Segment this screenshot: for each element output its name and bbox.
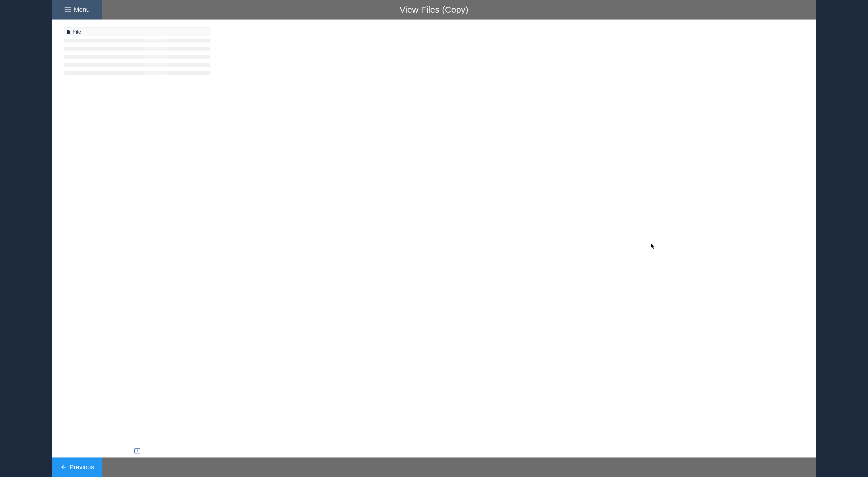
skeleton-row — [64, 47, 210, 51]
skeleton-row — [64, 71, 210, 75]
bottom-bar: Previous — [52, 457, 816, 477]
skeleton-row — [64, 63, 210, 67]
file-list-panel: File 1 — [64, 28, 210, 453]
skeleton-row — [64, 55, 210, 59]
menu-label: Menu — [74, 6, 90, 13]
file-list-loading — [64, 39, 210, 75]
previous-button[interactable]: Previous — [52, 457, 102, 477]
file-column-label: File — [72, 29, 81, 35]
pager: 1 — [64, 443, 210, 453]
hamburger-icon — [65, 7, 71, 12]
app-frame: Menu View Files (Copy) File — [52, 0, 816, 477]
previous-label: Previous — [69, 464, 94, 471]
arrow-left-icon — [60, 464, 67, 470]
page-1-button[interactable]: 1 — [134, 448, 140, 453]
file-column-header[interactable]: File — [64, 28, 210, 36]
file-icon — [67, 30, 70, 34]
skeleton-row — [64, 39, 210, 42]
page-title: View Files (Copy) — [52, 5, 816, 14]
menu-button[interactable]: Menu — [52, 0, 102, 20]
content-area: File 1 — [52, 20, 816, 457]
top-bar: Menu View Files (Copy) — [52, 0, 816, 20]
